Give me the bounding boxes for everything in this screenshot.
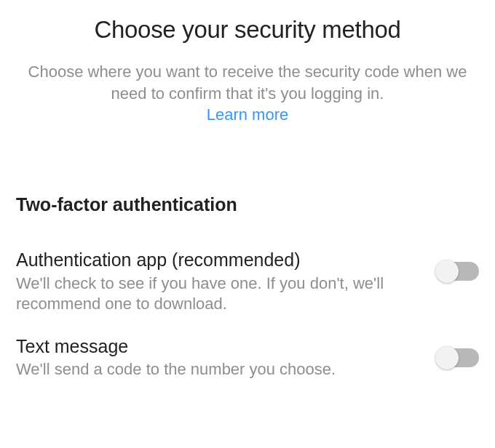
option-description: We'll send a code to the number you choo…	[16, 359, 422, 380]
learn-more-link[interactable]: Learn more	[15, 105, 480, 124]
header: Choose your security method Choose where…	[0, 0, 495, 124]
two-factor-section: Two-factor authentication Authentication…	[0, 194, 495, 380]
option-authentication-app: Authentication app (recommended) We'll c…	[16, 249, 479, 314]
option-text: Authentication app (recommended) We'll c…	[16, 249, 437, 314]
toggle-knob	[435, 260, 459, 283]
page-title: Choose your security method	[15, 16, 480, 44]
security-method-screen: Choose your security method Choose where…	[0, 0, 495, 380]
section-heading: Two-factor authentication	[16, 194, 479, 215]
option-description: We'll check to see if you have one. If y…	[16, 273, 422, 315]
option-text: Text message We'll send a code to the nu…	[16, 335, 437, 380]
option-text-message: Text message We'll send a code to the nu…	[16, 335, 479, 380]
page-description: Choose where you want to receive the sec…	[15, 61, 480, 104]
toggle-text-message[interactable]	[437, 348, 479, 367]
toggle-authentication-app[interactable]	[437, 262, 479, 281]
option-title: Text message	[16, 335, 422, 358]
option-title: Authentication app (recommended)	[16, 249, 422, 271]
toggle-knob	[435, 346, 459, 369]
